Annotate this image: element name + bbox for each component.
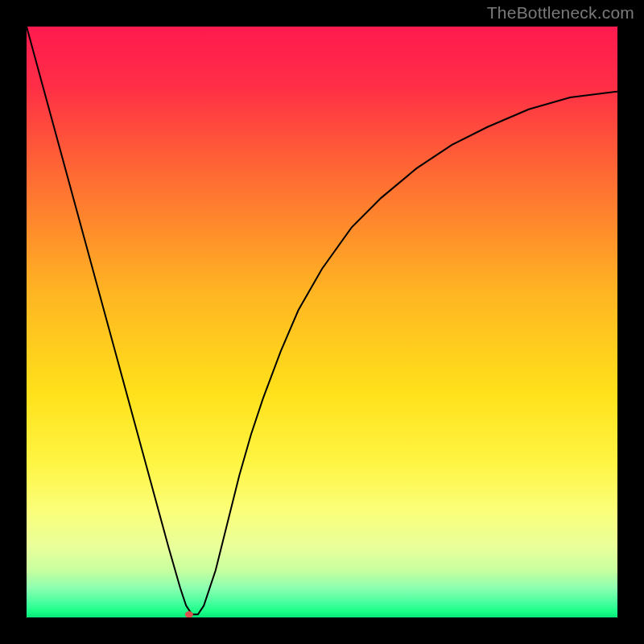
minimum-marker <box>185 611 193 617</box>
watermark-text: TheBottleneck.com <box>487 3 634 23</box>
gradient-background <box>27 27 617 617</box>
frame: TheBottleneck.com <box>0 0 644 644</box>
plot-area <box>27 27 617 617</box>
chart-svg <box>27 27 617 617</box>
